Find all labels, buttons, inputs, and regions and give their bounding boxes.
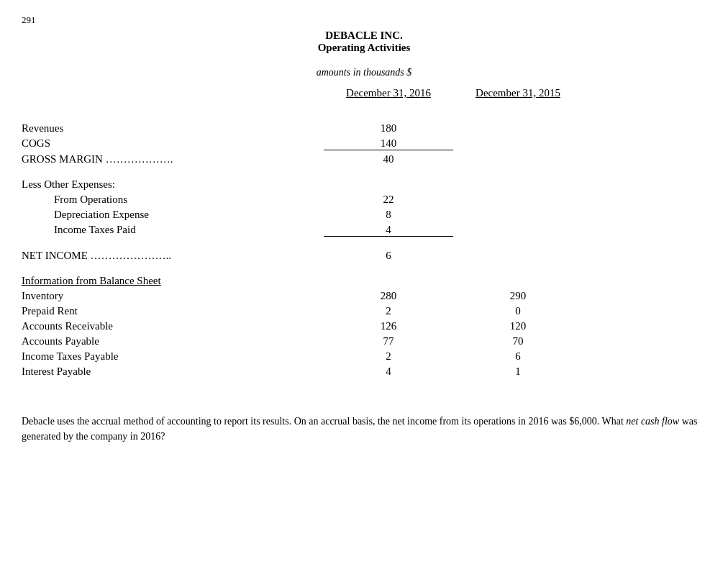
amounts-note: amounts in thousands $	[22, 67, 706, 78]
depreciation-val1: 8	[324, 209, 453, 221]
prepaid-rent-val1: 2	[324, 305, 453, 317]
accounts-receivable-row: Accounts Receivable 126 120	[22, 319, 706, 334]
interest-payable-val1: 4	[324, 365, 453, 378]
less-other-header-label: Less Other Expenses:	[22, 178, 324, 191]
report-header: DEBACLE INC. Operating Activities	[22, 29, 706, 54]
inventory-row: Inventory 280 290	[22, 288, 706, 304]
depreciation-row: Depreciation Expense 8	[22, 207, 706, 222]
page-container: 291 DEBACLE INC. Operating Activities am…	[22, 14, 706, 444]
revenues-val1: 180	[324, 122, 453, 135]
from-operations-row: From Operations 22	[22, 192, 706, 207]
gross-margin-val1: 40	[324, 153, 453, 165]
accounts-receivable-val1: 126	[324, 320, 453, 332]
net-income-row: NET INCOME ………………….. 6	[22, 248, 706, 263]
balance-sheet-header-row: Information from Balance Sheet	[22, 273, 706, 288]
other-expenses-section: Less Other Expenses: From Operations 22 …	[22, 177, 706, 238]
accounts-payable-val1: 77	[324, 335, 453, 347]
income-taxes-payable-val2: 6	[453, 350, 583, 363]
balance-sheet-header-label: Information from Balance Sheet	[22, 275, 324, 287]
footnote-text: Debacle uses the accrual method of accou…	[22, 416, 626, 427]
prepaid-rent-label: Prepaid Rent	[22, 305, 324, 317]
interest-payable-label: Interest Payable	[22, 365, 324, 378]
net-income-label: NET INCOME …………………..	[22, 250, 324, 262]
inventory-val2: 290	[453, 290, 583, 302]
income-statement-section: Revenues 180 COGS 140 GROSS MARGIN ………………	[22, 121, 706, 167]
less-other-header-row: Less Other Expenses:	[22, 177, 706, 192]
income-taxes-paid-label: Income Taxes Paid	[22, 224, 324, 236]
footnote: Debacle uses the accrual method of accou…	[22, 414, 706, 444]
gross-margin-label: GROSS MARGIN ……………….	[22, 153, 324, 165]
col1-header: December 31, 2016	[324, 87, 453, 99]
cogs-label: COGS	[22, 137, 324, 150]
income-taxes-payable-val1: 2	[324, 350, 453, 363]
accounts-payable-row: Accounts Payable 77 70	[22, 334, 706, 349]
footnote-italic: net cash flow	[626, 416, 679, 427]
depreciation-label: Depreciation Expense	[22, 209, 324, 221]
income-taxes-payable-row: Income Taxes Payable 2 6	[22, 349, 706, 364]
income-taxes-paid-val1: 4	[324, 224, 453, 237]
cogs-row: COGS 140	[22, 136, 706, 152]
net-income-val1: 6	[324, 250, 453, 262]
from-operations-val1: 22	[324, 194, 453, 206]
prepaid-rent-row: Prepaid Rent 2 0	[22, 304, 706, 319]
accounts-payable-label: Accounts Payable	[22, 335, 324, 347]
inventory-label: Inventory	[22, 290, 324, 302]
income-taxes-payable-label: Income Taxes Payable	[22, 350, 324, 363]
column-headers: December 31, 2016 December 31, 2015	[22, 86, 706, 101]
accounts-payable-val2: 70	[453, 335, 583, 347]
report-subtitle: Operating Activities	[22, 42, 706, 54]
gross-margin-row: GROSS MARGIN ………………. 40	[22, 152, 706, 167]
inventory-val1: 280	[324, 290, 453, 302]
accounts-receivable-val2: 120	[453, 320, 583, 332]
cogs-val1: 140	[324, 137, 453, 150]
balance-sheet-section: Information from Balance Sheet Inventory…	[22, 273, 706, 379]
from-operations-label: From Operations	[22, 194, 324, 206]
page-number: 291	[22, 14, 706, 26]
income-taxes-paid-row: Income Taxes Paid 4	[22, 222, 706, 238]
col2-header: December 31, 2015	[453, 87, 583, 99]
revenues-row: Revenues 180	[22, 121, 706, 136]
prepaid-rent-val2: 0	[453, 305, 583, 317]
interest-payable-row: Interest Payable 4 1	[22, 364, 706, 379]
interest-payable-val2: 1	[453, 365, 583, 378]
company-name: DEBACLE INC.	[22, 29, 706, 42]
revenues-label: Revenues	[22, 122, 324, 135]
accounts-receivable-label: Accounts Receivable	[22, 320, 324, 332]
